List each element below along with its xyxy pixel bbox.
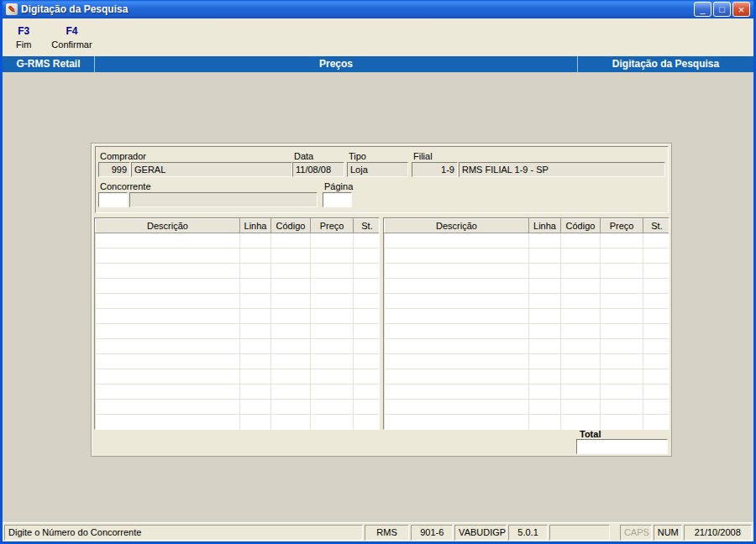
column-header-descricao[interactable]: Descrição — [96, 219, 240, 233]
close-button[interactable]: × — [732, 2, 750, 17]
data-label: Data — [294, 151, 313, 161]
concorrente-code-field[interactable] — [98, 192, 128, 207]
header-module-title: Preços — [95, 56, 577, 72]
total-field[interactable] — [576, 439, 668, 454]
table-row[interactable] — [96, 248, 381, 264]
status-num-indicator: NUM — [654, 525, 682, 541]
maximize-button[interactable]: □ — [713, 2, 731, 17]
column-header-codigo[interactable]: Código — [271, 219, 311, 233]
window-title: Digitação da Pesquisa — [21, 3, 690, 15]
price-grid-left-body — [96, 233, 381, 430]
price-grid-right-body — [385, 233, 670, 430]
table-row[interactable] — [385, 294, 670, 309]
data-field[interactable] — [292, 162, 344, 177]
price-grid-left[interactable]: Descrição Linha Código Preço St. — [94, 217, 380, 430]
column-header-preco[interactable]: Preço — [311, 219, 354, 233]
table-row[interactable] — [96, 233, 381, 248]
status-message: Digite o Número do Concorrente — [4, 525, 363, 541]
table-row[interactable] — [96, 324, 381, 339]
table-row[interactable] — [385, 324, 670, 339]
status-program: VABUDIGP — [454, 525, 507, 541]
column-header-descricao[interactable]: Descrição — [385, 219, 529, 233]
titlebar: ✎ Digitação da Pesquisa _ □ × — [3, 0, 753, 18]
table-row[interactable] — [96, 339, 381, 354]
comprador-code-field[interactable] — [98, 162, 130, 177]
tipo-field[interactable] — [347, 162, 408, 177]
statusbar: Digite o Número do Concorrente RMS 901-6… — [3, 522, 753, 541]
comprador-name-field[interactable] — [131, 162, 292, 177]
header-screen-title: Digitação da Pesquisa — [577, 56, 753, 72]
column-header-linha[interactable]: Linha — [529, 219, 561, 233]
table-row[interactable] — [385, 309, 670, 324]
status-version: 5.0.1 — [508, 525, 549, 541]
table-row[interactable] — [96, 279, 381, 294]
pesquisa-panel: Comprador Data Tipo Filial Concorrente P… — [91, 143, 672, 457]
status-caps-indicator: CAPS — [620, 525, 652, 541]
concorrente-label: Concorrente — [100, 181, 151, 191]
header-bar: G-RMS Retail Preços Digitação da Pesquis… — [3, 56, 753, 72]
app-window: ✎ Digitação da Pesquisa _ □ × F3 Fim F4 … — [0, 0, 756, 544]
table-row[interactable] — [385, 400, 670, 415]
column-header-codigo[interactable]: Código — [561, 219, 601, 233]
f3-fim-button[interactable]: F3 Fim — [9, 24, 38, 51]
column-header-st[interactable]: St. — [643, 219, 670, 233]
filial-name-field[interactable] — [459, 162, 665, 177]
table-row[interactable] — [96, 384, 381, 400]
app-icon: ✎ — [6, 3, 18, 15]
f4-confirmar-button[interactable]: F4 Confirmar — [45, 24, 98, 51]
total-label: Total — [580, 429, 601, 439]
table-row[interactable] — [96, 354, 381, 369]
table-row[interactable] — [96, 264, 381, 279]
filial-code-field[interactable] — [412, 162, 458, 177]
table-row[interactable] — [96, 294, 381, 309]
table-row[interactable] — [385, 279, 670, 294]
status-system: RMS — [365, 525, 410, 541]
table-row[interactable] — [385, 354, 670, 369]
fim-label: Fim — [16, 39, 31, 50]
tipo-label: Tipo — [349, 151, 366, 161]
main-area: Comprador Data Tipo Filial Concorrente P… — [3, 72, 753, 522]
table-row[interactable] — [96, 415, 381, 430]
concorrente-name-field[interactable] — [129, 192, 318, 207]
pagina-field[interactable] — [323, 192, 352, 207]
comprador-label: Comprador — [100, 151, 146, 161]
column-header-preco[interactable]: Preço — [601, 219, 643, 233]
confirmar-label: Confirmar — [51, 39, 92, 50]
table-row[interactable] — [96, 309, 381, 324]
table-row[interactable] — [96, 400, 381, 415]
window-controls: _ □ × — [694, 2, 750, 17]
f3-key-label: F3 — [18, 25, 29, 37]
table-row[interactable] — [385, 415, 670, 430]
column-header-linha[interactable]: Linha — [240, 219, 271, 233]
status-terminal: 901-6 — [411, 525, 453, 541]
table-row[interactable] — [96, 369, 381, 384]
status-date: 21/10/2008 — [684, 525, 752, 541]
table-row[interactable] — [385, 233, 670, 248]
f4-key-label: F4 — [66, 25, 77, 37]
header-fields-box: Comprador Data Tipo Filial Concorrente P… — [95, 146, 669, 213]
table-row[interactable] — [385, 339, 670, 354]
table-row[interactable] — [385, 369, 670, 384]
toolbar: F3 Fim F4 Confirmar — [3, 18, 753, 56]
status-empty-segment — [549, 525, 610, 541]
status-spacer — [612, 525, 618, 541]
header-app-name: G-RMS Retail — [3, 56, 95, 72]
price-grid-right[interactable]: Descrição Linha Código Preço St. — [383, 217, 669, 430]
table-row[interactable] — [385, 264, 670, 279]
table-row[interactable] — [385, 248, 670, 264]
pagina-label: Página — [324, 181, 353, 191]
minimize-button[interactable]: _ — [694, 2, 711, 17]
column-header-st[interactable]: St. — [354, 219, 381, 233]
table-row[interactable] — [385, 384, 670, 400]
filial-label: Filial — [413, 151, 433, 161]
